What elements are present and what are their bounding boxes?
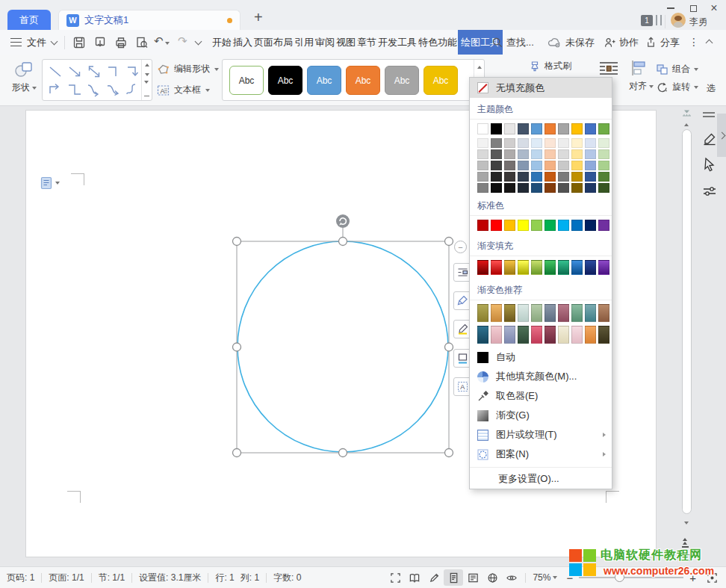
- color-swatch[interactable]: [544, 326, 556, 344]
- save-status[interactable]: 未保存: [547, 30, 595, 55]
- color-swatch[interactable]: [531, 260, 542, 275]
- selection-handle[interactable]: [233, 238, 241, 246]
- color-swatch[interactable]: [477, 260, 488, 275]
- eye-protect-button[interactable]: [502, 569, 521, 586]
- shape-style-1[interactable]: Abc: [229, 66, 264, 95]
- gallery-more-button[interactable]: [144, 84, 149, 97]
- color-swatch[interactable]: [531, 149, 542, 159]
- insert-shape-button[interactable]: 形状: [7, 59, 40, 94]
- line-shape-arrow[interactable]: [65, 63, 84, 81]
- color-swatch[interactable]: [598, 172, 609, 182]
- color-swatch[interactable]: [544, 149, 556, 159]
- document-tab[interactable]: W 文字文稿1: [58, 10, 241, 30]
- print-preview-button[interactable]: [135, 36, 149, 49]
- selection-handle[interactable]: [339, 449, 347, 457]
- color-swatch[interactable]: [558, 304, 569, 322]
- color-swatch[interactable]: [598, 220, 609, 231]
- menu-tab-1[interactable]: 开始: [211, 30, 232, 55]
- color-swatch[interactable]: [598, 138, 609, 148]
- color-swatch[interactable]: [477, 161, 488, 170]
- vertical-scrollbar-thumb[interactable]: [682, 129, 692, 514]
- no-fill-option[interactable]: 无填充颜色: [470, 78, 612, 98]
- color-swatch[interactable]: [585, 161, 596, 170]
- color-swatch[interactable]: [544, 161, 556, 170]
- selection-handle[interactable]: [445, 343, 453, 351]
- color-swatch[interactable]: [544, 220, 556, 231]
- menu-tab-6[interactable]: 视图: [335, 30, 356, 55]
- more-options-button[interactable]: ⋮: [689, 36, 699, 48]
- ellipse-shape[interactable]: [238, 241, 448, 452]
- color-swatch[interactable]: [598, 123, 609, 134]
- color-swatch[interactable]: [518, 123, 529, 134]
- color-swatch[interactable]: [571, 326, 583, 344]
- eyedropper-option[interactable]: 取色器(E): [470, 386, 612, 406]
- menu-tab-2[interactable]: 插入: [232, 30, 253, 55]
- rotate-handle[interactable]: [336, 214, 350, 228]
- share-button[interactable]: 分享: [645, 30, 680, 55]
- print-layout-button[interactable]: [444, 569, 463, 586]
- sidebar-adjust-button[interactable]: [702, 111, 716, 118]
- color-swatch[interactable]: [491, 260, 502, 275]
- color-swatch[interactable]: [491, 304, 502, 322]
- color-swatch[interactable]: [558, 183, 569, 193]
- color-swatch[interactable]: [585, 326, 596, 344]
- color-swatch[interactable]: [504, 138, 515, 148]
- color-swatch[interactable]: [585, 123, 596, 134]
- collapse-ribbon-button[interactable]: [706, 40, 713, 47]
- save-button[interactable]: [72, 36, 86, 49]
- elbow-up-connector[interactable]: [46, 81, 65, 99]
- color-swatch[interactable]: [491, 161, 502, 170]
- web-layout-button[interactable]: [483, 569, 502, 586]
- gallery-scroll-down[interactable]: [145, 73, 149, 76]
- color-swatch[interactable]: [571, 138, 583, 148]
- selection-handle[interactable]: [233, 343, 241, 351]
- style-scroll-up[interactable]: [477, 66, 482, 69]
- color-swatch[interactable]: [491, 149, 502, 159]
- close-button[interactable]: ×: [705, 1, 723, 15]
- color-swatch[interactable]: [571, 161, 583, 170]
- color-swatch[interactable]: [518, 220, 529, 231]
- selection-handle[interactable]: [445, 449, 453, 457]
- color-swatch[interactable]: [558, 260, 569, 275]
- gallery-scroll-up[interactable]: [145, 64, 149, 66]
- color-swatch[interactable]: [504, 220, 515, 231]
- color-swatch[interactable]: [477, 149, 488, 159]
- color-swatch[interactable]: [477, 183, 488, 193]
- color-swatch[interactable]: [558, 326, 569, 344]
- picture-texture-option[interactable]: 图片或纹理(T): [470, 425, 612, 445]
- color-swatch[interactable]: [518, 304, 529, 322]
- pattern-option[interactable]: 图案(N): [470, 445, 612, 464]
- color-swatch[interactable]: [598, 326, 609, 344]
- color-swatch[interactable]: [544, 260, 556, 275]
- avatar[interactable]: [671, 13, 686, 28]
- color-swatch[interactable]: [518, 161, 529, 170]
- color-swatch[interactable]: [477, 123, 488, 134]
- window-count-badge[interactable]: 1: [641, 15, 653, 26]
- menu-tab-4[interactable]: 引用: [294, 30, 314, 55]
- status-section[interactable]: 节: 1/1: [92, 572, 131, 584]
- home-tab[interactable]: 首页: [7, 10, 51, 30]
- scroll-down-button[interactable]: [684, 522, 689, 524]
- menu-tab-7[interactable]: 章节: [356, 30, 377, 55]
- curved-connector[interactable]: [84, 81, 104, 99]
- color-swatch[interactable]: [544, 138, 556, 148]
- color-swatch[interactable]: [585, 220, 596, 231]
- selection-handle[interactable]: [445, 238, 453, 246]
- color-swatch[interactable]: [491, 172, 502, 182]
- color-swatch[interactable]: [491, 326, 502, 344]
- color-swatch[interactable]: [558, 161, 569, 170]
- color-swatch[interactable]: [585, 304, 596, 322]
- color-swatch[interactable]: [491, 183, 502, 193]
- s-curve-shape[interactable]: [123, 81, 143, 99]
- outline-view-button[interactable]: [463, 569, 483, 586]
- zoom-level-button[interactable]: 75%: [530, 572, 560, 583]
- sidebar-pen-button[interactable]: [702, 131, 717, 146]
- color-swatch[interactable]: [558, 220, 569, 231]
- elbow-connector-arrow[interactable]: [123, 63, 143, 81]
- more-settings-option[interactable]: 更多设置(O)...: [470, 469, 612, 489]
- print-button[interactable]: [114, 36, 128, 49]
- shape-style-3[interactable]: Abc: [307, 66, 341, 95]
- color-swatch[interactable]: [544, 172, 556, 182]
- auto-color-option[interactable]: 自动: [470, 347, 612, 367]
- color-swatch[interactable]: [544, 123, 556, 134]
